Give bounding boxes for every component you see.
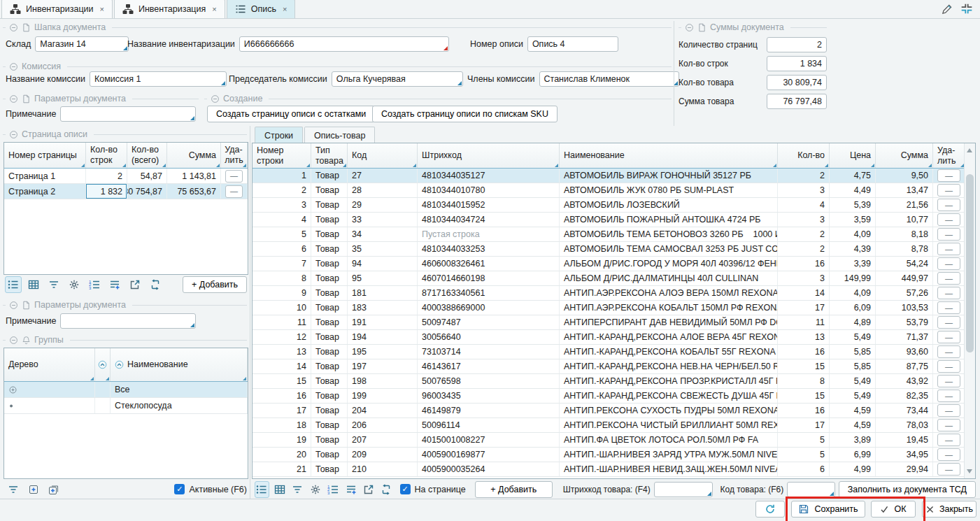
- note-top-input[interactable]: [60, 106, 196, 122]
- chairman-input[interactable]: Ольга Кучерявая: [332, 71, 463, 87]
- scrollbar-thumb[interactable]: [966, 174, 974, 352]
- groups-col-name[interactable]: Наименование: [111, 348, 248, 381]
- on-page-checkbox[interactable]: ✓ На странице: [400, 484, 466, 494]
- filter-icon[interactable]: [290, 481, 304, 498]
- main-col-header[interactable]: Наименование: [560, 143, 778, 168]
- main-col-header[interactable]: Штрихкод: [418, 143, 560, 168]
- main-table-row[interactable]: 18Товар20650096114АНТИП.РЕКСОНА ЧИСТЫЙ Б…: [253, 418, 965, 433]
- delete-row-button[interactable]: —: [937, 287, 960, 299]
- create-page-residuals-button[interactable]: Создать страницу описи с остатками: [207, 106, 375, 122]
- tab-close-icon[interactable]: ×: [212, 5, 216, 13]
- sync-icon[interactable]: [147, 276, 164, 293]
- barcode-input[interactable]: [654, 482, 713, 497]
- main-table-row[interactable]: 3Товар294810344015952АВТОМОБИЛЬ ЛОЗЕВСКИ…: [253, 198, 965, 213]
- collapse-icon[interactable]: [9, 94, 18, 104]
- main-table-row[interactable]: 17Товар20446149879АНТИП.РЕКСОНА СУХОСТЬ …: [253, 404, 965, 418]
- tab-close-icon[interactable]: ×: [283, 5, 287, 13]
- goods-count-field[interactable]: 30 809,74: [767, 75, 827, 90]
- delete-row-button[interactable]: —: [937, 404, 960, 417]
- main-table-row[interactable]: 7Товар944606008326461АЛЬБОМ Д/РИС.ГОРОД …: [253, 257, 965, 271]
- external-link-icon[interactable]: [127, 276, 143, 293]
- gear-icon[interactable]: [66, 276, 83, 293]
- delete-row-button[interactable]: —: [937, 463, 960, 476]
- main-table-row[interactable]: 14Товар19746143617АНТИП.-КАРАНД,РЕКСОНА …: [253, 359, 965, 374]
- fill-from-tsd-button[interactable]: Заполнить из документа ТСД: [839, 481, 976, 498]
- main-table-row[interactable]: 19Товар2074015001008227АНТИП.ФА ЦВЕТОК Л…: [253, 433, 965, 448]
- pages-table-row[interactable]: Страница 1254,871 143,81—: [4, 169, 248, 184]
- main-table-row[interactable]: 16Товар19996003435АНТИП.-КАРАНД,РЕКСОНА …: [253, 389, 965, 404]
- main-table-row[interactable]: 1Товар274810344035127АВТОМОБИЛЬ ВИРАЖ ГО…: [253, 169, 965, 183]
- sync-icon[interactable]: [379, 481, 393, 498]
- grid-icon[interactable]: [25, 276, 42, 293]
- sort-circle-icon[interactable]: [115, 360, 124, 369]
- gear-icon[interactable]: [308, 481, 322, 498]
- tab-rows[interactable]: Строки: [255, 127, 303, 143]
- numbered-list-icon[interactable]: 123: [326, 481, 340, 498]
- pages-col-header[interactable]: Сумма: [167, 143, 221, 168]
- external-link-icon[interactable]: [362, 481, 376, 498]
- main-table-row[interactable]: 12Товар19430056640АНТИП.-КАРАНД,РЕКСОНА …: [253, 330, 965, 345]
- pages-col-header[interactable]: Кол-во (всего): [127, 143, 167, 168]
- members-input[interactable]: Станислав Клименок: [539, 71, 679, 87]
- main-table-row[interactable]: 13Товар19573103714АНТИП.-КАРАНД,РЕКСОНА …: [253, 345, 965, 359]
- close-button[interactable]: Закрыть: [922, 501, 977, 518]
- code-input[interactable]: [787, 482, 835, 497]
- delete-row-button[interactable]: —: [937, 419, 960, 431]
- delete-row-button[interactable]: —: [937, 331, 960, 343]
- delete-row-button[interactable]: —: [937, 257, 960, 270]
- collapse-icon[interactable]: [9, 336, 18, 345]
- main-col-header[interactable]: Цена: [830, 143, 876, 168]
- delete-row-button[interactable]: —: [937, 243, 960, 255]
- delete-row-button[interactable]: —: [937, 213, 960, 226]
- tab-opis[interactable]: Опись ×: [227, 0, 296, 18]
- pages-col-header[interactable]: Кол-во строк: [86, 143, 127, 168]
- delete-row-button[interactable]: —: [225, 170, 243, 183]
- collapse-icon[interactable]: [9, 62, 18, 71]
- rows-count-field[interactable]: 1 834: [767, 56, 827, 71]
- main-col-header[interactable]: Код: [348, 143, 418, 168]
- main-table-row[interactable]: 21Товар2104005900035264АНТИП.-ШАР.НИВЕЯ …: [253, 462, 965, 477]
- add-row-icon[interactable]: [343, 481, 357, 498]
- pencil-icon[interactable]: [941, 3, 953, 15]
- pages-count-field[interactable]: 2: [767, 37, 827, 52]
- groups-table-row[interactable]: Стеклопосуда: [4, 398, 248, 414]
- vertical-scrollbar[interactable]: [964, 143, 975, 478]
- active-checkbox[interactable]: ✓ Активные (F6): [174, 484, 247, 494]
- main-col-header[interactable]: Уда­лить: [933, 143, 965, 168]
- save-button[interactable]: Сохранить: [791, 501, 865, 518]
- refresh-button[interactable]: [755, 501, 785, 518]
- warehouse-input[interactable]: Магазин 14: [35, 36, 129, 52]
- delete-row-button[interactable]: —: [937, 169, 960, 182]
- plus-boxes-icon[interactable]: [45, 481, 62, 498]
- pages-table-row[interactable]: Страница 21 83230 754,8775 653,67—: [4, 184, 248, 199]
- delete-row-button[interactable]: —: [937, 228, 960, 241]
- main-col-header[interactable]: Тип товара: [311, 143, 348, 168]
- main-table-row[interactable]: 10Товар1834000388669000АНТИП.АЭР.РЕКСОНА…: [253, 301, 965, 315]
- delete-row-button[interactable]: —: [937, 184, 960, 197]
- collapse-icon[interactable]: [685, 23, 694, 32]
- collapse-icon[interactable]: [9, 301, 18, 310]
- tab-opis-tovar[interactable]: Опись-товар: [304, 127, 375, 143]
- grid-icon[interactable]: [273, 481, 287, 498]
- numbered-list-icon[interactable]: 123: [86, 276, 103, 293]
- filter-icon[interactable]: [45, 276, 62, 293]
- tab-inventory[interactable]: Инвентаризация ×: [114, 0, 225, 18]
- main-table-row[interactable]: 2Товар284810344010780АВТОМОБИЛЬ ЖУК 0780…: [253, 183, 965, 198]
- delete-row-button[interactable]: —: [937, 199, 960, 211]
- inventory-name-input[interactable]: И666666666: [239, 36, 449, 52]
- filter-icon[interactable]: [5, 481, 22, 498]
- tab-inventories[interactable]: Инвентаризации ×: [1, 0, 113, 18]
- delete-row-button[interactable]: —: [937, 345, 960, 358]
- groups-table-row[interactable]: Все: [4, 382, 248, 398]
- pages-col-header[interactable]: Уда­лить: [221, 143, 248, 168]
- delete-row-button[interactable]: —: [937, 434, 960, 446]
- pages-add-button[interactable]: + Добавить: [183, 276, 247, 293]
- scroll-up-icon[interactable]: [967, 148, 972, 152]
- delete-row-button[interactable]: —: [937, 272, 960, 285]
- collapse-icon[interactable]: [9, 23, 18, 32]
- corners-icon[interactable]: [960, 3, 973, 15]
- note-bottom-input[interactable]: [60, 313, 196, 329]
- main-table-row[interactable]: 20Товар2094005900169877АНТИП.-ШАР.НИВЕЯ …: [253, 448, 965, 462]
- main-col-header[interactable]: Номер строки: [253, 143, 311, 168]
- main-table-row[interactable]: 8Товар954607014660198АЛЬБОМ Д/РИС.ДАЛМАТ…: [253, 271, 965, 286]
